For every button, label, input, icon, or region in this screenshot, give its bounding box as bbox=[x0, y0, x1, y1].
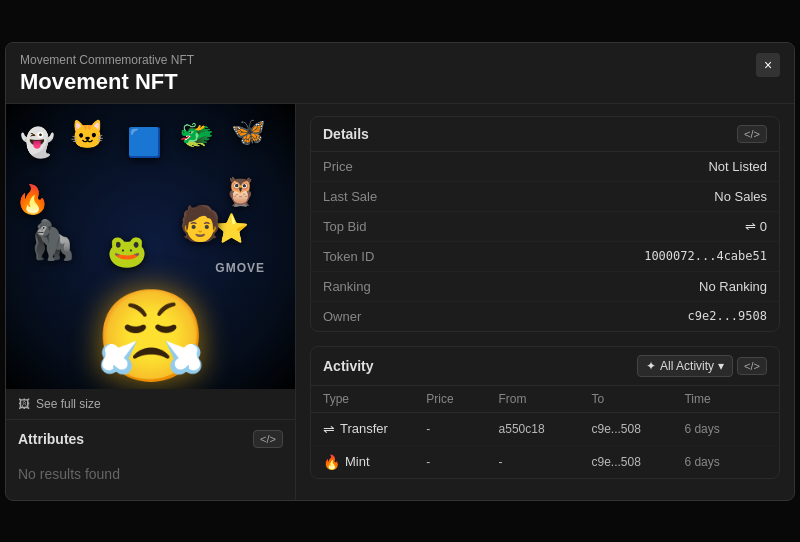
main-character: 😤 bbox=[95, 284, 207, 389]
details-row-value: ⇌ 0 bbox=[745, 219, 767, 234]
filter-label: All Activity bbox=[660, 359, 714, 373]
table-row: Top Bid ⇌ 0 bbox=[311, 212, 779, 242]
activity-header: Activity ✦ All Activity ▾ </> bbox=[311, 347, 779, 386]
table-row: Token ID 1000072...4cabe51 bbox=[311, 242, 779, 272]
table-row: Last Sale No Sales bbox=[311, 182, 779, 212]
col-from: From bbox=[499, 392, 592, 406]
details-row-label: Top Bid bbox=[323, 219, 366, 234]
char-frog: 🐸 bbox=[107, 232, 147, 270]
char-fire: 🔥 bbox=[15, 183, 50, 216]
attributes-header: Attributes </> bbox=[18, 430, 283, 448]
details-row-label: Last Sale bbox=[323, 189, 377, 204]
details-row-label: Price bbox=[323, 159, 353, 174]
image-icon: 🖼 bbox=[18, 397, 30, 411]
no-results-text: No results found bbox=[18, 458, 283, 490]
table-row: 🔥 Mint - - c9e...508 6 days bbox=[311, 446, 779, 478]
chevron-down-icon: ▾ bbox=[718, 359, 724, 373]
activity-price-cell: - bbox=[426, 455, 498, 469]
char-dragon: 🐲 bbox=[179, 118, 214, 151]
details-row-value: 1000072...4cabe51 bbox=[644, 249, 767, 263]
table-row: Ranking No Ranking bbox=[311, 272, 779, 302]
table-row: Owner c9e2...9508 bbox=[311, 302, 779, 331]
char-wings: 🦋 bbox=[231, 115, 266, 148]
activity-from-cell: a550c18 bbox=[499, 422, 592, 436]
activity-title: Activity bbox=[323, 358, 374, 374]
details-rows: Price Not Listed Last Sale No Sales Top … bbox=[311, 152, 779, 331]
char-gorilla: 🦍 bbox=[29, 218, 76, 262]
activity-table-header: Type Price From To Time bbox=[311, 386, 779, 413]
activity-section: Activity ✦ All Activity ▾ </> Typ bbox=[310, 346, 780, 479]
activity-rows: ⇌ Transfer - a550c18 c9e...508 6 days 🔥 … bbox=[311, 413, 779, 478]
activity-code-button[interactable]: </> bbox=[737, 357, 767, 375]
col-price: Price bbox=[426, 392, 498, 406]
details-row-value: No Sales bbox=[714, 189, 767, 204]
activity-price-cell: - bbox=[426, 422, 498, 436]
char-cube: 🟦 bbox=[127, 126, 162, 159]
details-header: Details </> bbox=[311, 117, 779, 152]
activity-to-cell: c9e...508 bbox=[591, 455, 684, 469]
activity-type-cell: ⇌ Transfer bbox=[323, 421, 426, 437]
table-row: ⇌ Transfer - a550c18 c9e...508 6 days bbox=[311, 413, 779, 446]
activity-type-cell: 🔥 Mint bbox=[323, 454, 426, 470]
modal-overlay: Movement Commemorative NFT Movement NFT … bbox=[0, 0, 800, 542]
modal-header-text: Movement Commemorative NFT Movement NFT bbox=[20, 53, 194, 95]
activity-filter-button[interactable]: ✦ All Activity ▾ bbox=[637, 355, 733, 377]
see-full-size-label: See full size bbox=[36, 397, 101, 411]
col-type: Type bbox=[323, 392, 426, 406]
right-panel: Details </> Price Not Listed Last Sale N… bbox=[296, 104, 794, 500]
modal-title: Movement NFT bbox=[20, 69, 194, 95]
modal: Movement Commemorative NFT Movement NFT … bbox=[5, 42, 795, 501]
attributes-section: Attributes </> No results found bbox=[6, 420, 295, 500]
details-row-label: Ranking bbox=[323, 279, 371, 294]
details-row-value: c9e2...9508 bbox=[688, 309, 767, 323]
activity-table: Type Price From To Time ⇌ Transfer - a55… bbox=[311, 386, 779, 478]
activity-type-label: Transfer bbox=[340, 421, 388, 436]
modal-header: Movement Commemorative NFT Movement NFT … bbox=[6, 43, 794, 104]
modal-subtitle: Movement Commemorative NFT bbox=[20, 53, 194, 67]
attributes-code-button[interactable]: </> bbox=[253, 430, 283, 448]
activity-type-icon: ⇌ bbox=[323, 421, 335, 437]
activity-type-icon: 🔥 bbox=[323, 454, 340, 470]
details-section: Details </> Price Not Listed Last Sale N… bbox=[310, 116, 780, 332]
gmove-watermark: GMOVE bbox=[215, 261, 265, 275]
nft-image-container: 👻 🐱 🟦 🐲 🦋 🔥 🦉 ⭐ 🦍 🧑 🐸 😤 bbox=[6, 104, 295, 389]
filter-star-icon: ✦ bbox=[646, 359, 656, 373]
activity-time-cell: 6 days bbox=[684, 455, 767, 469]
char-cat: 🐱 bbox=[70, 118, 105, 151]
table-row: Price Not Listed bbox=[311, 152, 779, 182]
col-to: To bbox=[591, 392, 684, 406]
col-time: Time bbox=[684, 392, 767, 406]
details-row-value: No Ranking bbox=[699, 279, 767, 294]
char-person: 🧑 bbox=[179, 203, 221, 243]
details-row-label: Token ID bbox=[323, 249, 374, 264]
activity-filter-group: ✦ All Activity ▾ </> bbox=[637, 355, 767, 377]
activity-from-cell: - bbox=[499, 455, 592, 469]
details-code-button[interactable]: </> bbox=[737, 125, 767, 143]
see-full-size-link[interactable]: 🖼 See full size bbox=[6, 389, 295, 420]
attributes-title: Attributes bbox=[18, 431, 84, 447]
char-owl: 🦉 bbox=[223, 175, 258, 208]
left-panel: 👻 🐱 🟦 🐲 🦋 🔥 🦉 ⭐ 🦍 🧑 🐸 😤 bbox=[6, 104, 296, 500]
close-button[interactable]: × bbox=[756, 53, 780, 77]
activity-to-cell: c9e...508 bbox=[591, 422, 684, 436]
char-ghost: 👻 bbox=[20, 126, 55, 159]
details-title: Details bbox=[323, 126, 369, 142]
activity-time-cell: 6 days bbox=[684, 422, 767, 436]
nft-artwork: 👻 🐱 🟦 🐲 🦋 🔥 🦉 ⭐ 🦍 🧑 🐸 😤 bbox=[6, 104, 295, 389]
activity-type-label: Mint bbox=[345, 454, 370, 469]
modal-body: 👻 🐱 🟦 🐲 🦋 🔥 🦉 ⭐ 🦍 🧑 🐸 😤 bbox=[6, 104, 794, 500]
details-row-value: Not Listed bbox=[708, 159, 767, 174]
details-row-label: Owner bbox=[323, 309, 361, 324]
